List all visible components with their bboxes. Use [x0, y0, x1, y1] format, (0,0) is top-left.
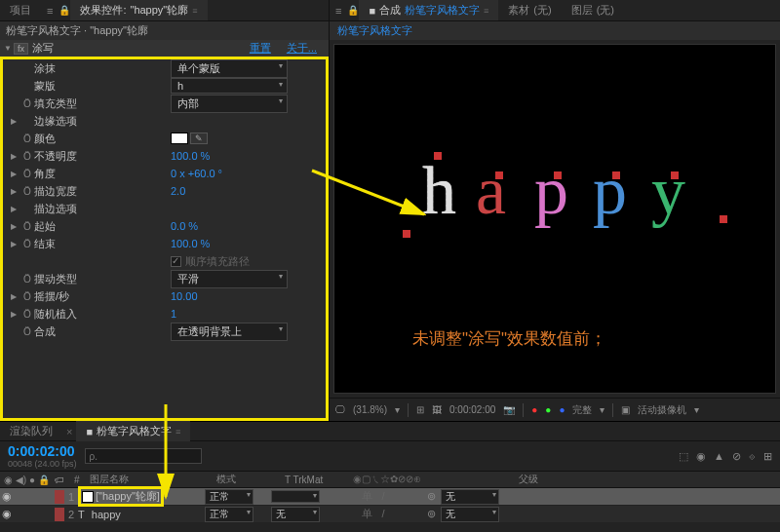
stopwatch-icon[interactable]: Ö [20, 186, 34, 197]
blend-mode-dropdown[interactable]: 正常 [205, 507, 254, 522]
trkmat-dropdown[interactable]: 无 [271, 507, 320, 522]
tl-icon[interactable]: ⊘ [732, 450, 741, 463]
zoom-dropdown[interactable]: (31.8%) [353, 404, 387, 415]
chevron-right-icon[interactable]: ▶ [11, 292, 20, 301]
mask-dropdown[interactable]: h [171, 78, 288, 94]
wiggle-sec-value[interactable]: 10.00 [171, 290, 198, 302]
layer-name-cell[interactable]: T happy [78, 509, 205, 520]
channel-icon[interactable]: ● [531, 404, 537, 415]
stopwatch-icon[interactable]: Ö [20, 326, 34, 337]
menu-icon[interactable]: ≡ [330, 5, 347, 17]
prop-opacity: 不透明度 [34, 149, 171, 164]
close-icon[interactable]: ≡ [192, 6, 197, 16]
wiggle-type-dropdown[interactable]: 平滑 [171, 270, 288, 288]
tab-effect-controls[interactable]: 效果控件:"happy"轮廓 ≡ [70, 0, 207, 20]
view-icon[interactable]: ▣ [621, 404, 630, 415]
tl-icon[interactable]: ⬚ [679, 450, 688, 463]
brush-mode-dropdown[interactable]: 单个蒙版 [171, 59, 288, 78]
prop-seq-fill: 顺序填充路径 [185, 254, 250, 269]
tl-icon[interactable]: ▲ [714, 450, 724, 463]
layer-search-input[interactable] [85, 448, 202, 464]
stopwatch-icon[interactable]: Ö [20, 98, 34, 109]
prop-stroke-w: 描边宽度 [34, 184, 171, 199]
tab-project[interactable]: 项目 [0, 0, 41, 20]
tl-icon[interactable]: ⟐ [749, 450, 756, 463]
stopwatch-icon[interactable]: Ö [20, 309, 34, 320]
camera-dropdown[interactable]: 活动摄像机 [638, 403, 686, 417]
chevron-right-icon[interactable]: ▶ [11, 170, 20, 178]
stopwatch-icon[interactable]: Ö [20, 133, 34, 144]
tab-render-queue[interactable]: 渲染队列 [0, 421, 62, 441]
fx-badge[interactable]: fx [14, 43, 28, 55]
prop-fill-type: 填充类型 [34, 96, 171, 111]
layer-name-cell[interactable]: ["happy"轮廓] [78, 486, 205, 507]
visibility-toggle[interactable]: ◉ [0, 490, 14, 503]
chevron-right-icon[interactable]: ▶ [11, 240, 20, 248]
parent-dropdown[interactable]: 无 [441, 489, 499, 505]
effect-name[interactable]: 涂写 [28, 41, 242, 56]
reset-link[interactable]: 重置 [242, 41, 279, 56]
tab-layer[interactable]: 图层 (无) [562, 0, 624, 20]
stopwatch-icon[interactable]: Ö [20, 221, 34, 232]
lock-icon[interactable]: 🔒 [58, 5, 70, 16]
comp-mode-dropdown[interactable]: 在透明背景上 [171, 323, 288, 341]
chevron-right-icon[interactable]: ▶ [11, 152, 20, 161]
layer-switches[interactable]: 单 / [320, 507, 427, 521]
mask-icon[interactable]: 🖽 [432, 404, 442, 415]
res-dropdown[interactable]: 完整 [572, 403, 592, 417]
fill-type-dropdown[interactable]: 内部 [171, 95, 288, 113]
stopwatch-icon[interactable]: Ö [20, 291, 34, 302]
current-time[interactable]: 0:00:02:00 [8, 443, 77, 459]
menu-icon[interactable]: ≡ [41, 5, 58, 17]
tl-icon[interactable]: ⊞ [763, 450, 772, 463]
time-display[interactable]: 0:00:02:00 [449, 404, 495, 415]
parent-pickwhip-icon[interactable]: ⊚ [427, 508, 441, 520]
tl-icon[interactable]: ◉ [696, 450, 706, 463]
start-value[interactable]: 0.0 % [171, 220, 198, 232]
col-trkmat[interactable]: T TrkMat [285, 475, 353, 485]
layer-color[interactable] [55, 490, 64, 504]
tab-comp[interactable]: ■ 合成 粉笔字风格文字 ≡ [359, 0, 498, 20]
layer-row[interactable]: ◉1["happy"轮廓]正常 单 /⊚无 [0, 488, 780, 506]
color-swatch[interactable] [171, 133, 188, 144]
snapshot-icon[interactable]: 📷 [503, 404, 515, 415]
prop-wiggle-type: 摆动类型 [34, 272, 171, 286]
col-parent[interactable]: 父级 [519, 473, 577, 486]
about-link[interactable]: 关于... [279, 41, 325, 56]
blend-mode-dropdown[interactable]: 正常 [205, 489, 254, 505]
grid-icon[interactable]: ⊞ [416, 404, 424, 415]
rand-seed-value[interactable]: 1 [171, 308, 176, 320]
chevron-down-icon[interactable]: ▼ [4, 44, 14, 53]
visibility-toggle[interactable]: ◉ [0, 508, 14, 520]
eyedropper-icon[interactable]: ✎ [190, 133, 208, 144]
zoom-icon[interactable]: 🖵 [335, 404, 345, 415]
layer-switches[interactable]: 单 / [320, 489, 427, 504]
chevron-right-icon[interactable]: ▶ [11, 117, 20, 126]
opacity-value[interactable]: 100.0 % [171, 150, 210, 162]
col-switches: ◉▢ㄟ☆✿⊘⊘⊕ [353, 473, 519, 486]
chevron-right-icon[interactable]: ▶ [11, 310, 20, 319]
layer-row[interactable]: ◉2T happy正常无单 /⊚无 [0, 506, 780, 523]
lock-icon[interactable]: 🔒 [347, 5, 359, 16]
tab-footage[interactable]: 素材 (无) [498, 0, 561, 20]
chevron-right-icon[interactable]: ▶ [11, 222, 20, 231]
stopwatch-icon[interactable]: Ö [20, 274, 34, 285]
parent-dropdown[interactable]: 无 [441, 507, 499, 522]
composition-viewer[interactable]: h a p p y 未调整"涂写"效果数值前； [333, 44, 776, 394]
stopwatch-icon[interactable]: Ö [20, 169, 34, 179]
parent-pickwhip-icon[interactable]: ⊚ [427, 490, 441, 503]
stopwatch-icon[interactable]: Ö [20, 151, 34, 162]
stopwatch-icon[interactable]: Ö [20, 239, 34, 249]
end-value[interactable]: 100.0 % [171, 238, 210, 249]
angle-value[interactable]: 0 x +60.0 ° [171, 168, 222, 179]
trkmat-dropdown[interactable] [271, 490, 320, 503]
chevron-right-icon[interactable]: ▶ [11, 205, 20, 213]
col-mode[interactable]: 模式 [216, 473, 285, 486]
col-name[interactable]: 图层名称 [90, 473, 216, 486]
stroke-w-value[interactable]: 2.0 [171, 185, 185, 197]
prop-angle: 角度 [34, 167, 171, 181]
comp-link[interactable]: 粉笔字风格文字 [337, 24, 412, 36]
tab-timeline-comp[interactable]: ■ 粉笔字风格文字 ≡ [76, 421, 190, 441]
layer-color[interactable] [55, 508, 64, 521]
chevron-right-icon[interactable]: ▶ [11, 187, 20, 196]
